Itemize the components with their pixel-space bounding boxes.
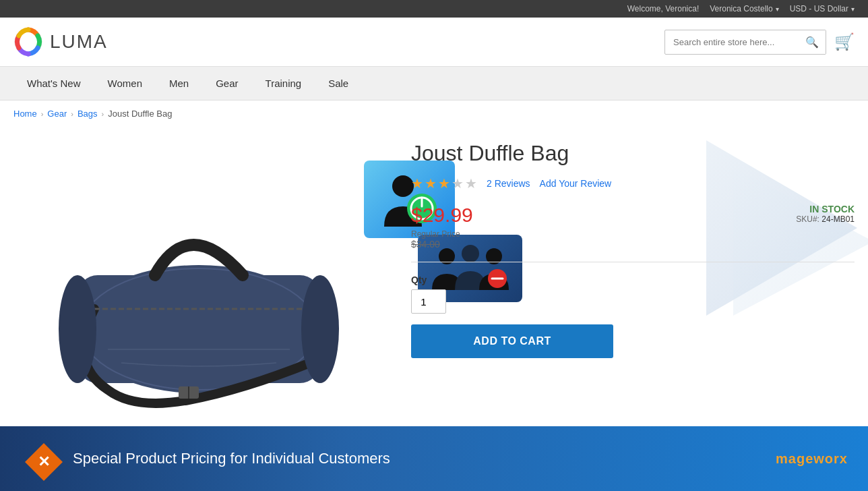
- currency-dropdown-chevron: ▾: [851, 5, 855, 13]
- price-section: $29.99 Regular Price $34.00 IN STOCK SKU…: [411, 204, 855, 250]
- star-5: ★: [465, 175, 477, 192]
- current-price: $29.99: [411, 204, 473, 227]
- product-detail: Joust Duffle Bag ★ ★ ★ ★ ★ 2 Reviews Add…: [411, 140, 855, 437]
- currency-dropdown[interactable]: USD - US Dollar ▾: [790, 4, 855, 13]
- currency-label: USD - US Dollar: [790, 4, 848, 13]
- qty-label: Qty: [411, 275, 855, 285]
- star-2: ★: [425, 175, 437, 192]
- breadcrumb-bags[interactable]: Bags: [78, 109, 98, 119]
- sku-label: SKU#:: [796, 214, 819, 224]
- main-nav: What's New Women Men Gear Training Sale: [0, 67, 868, 100]
- add-to-cart-button[interactable]: Add to Cart: [411, 324, 613, 358]
- sku-value: 24-MB01: [822, 214, 855, 224]
- banner-x-icon: ✕: [24, 442, 57, 451]
- header: LUMA 🔍 🛒: [0, 18, 868, 67]
- in-stock-badge: IN STOCK: [796, 204, 855, 214]
- mageworx-x-icon: ✕: [24, 442, 64, 451]
- sku-row: SKU#: 24-MB01: [796, 214, 855, 224]
- luma-logo-icon: [13, 27, 43, 57]
- stock-info: IN STOCK SKU#: 24-MB01: [796, 204, 855, 224]
- breadcrumb-sep-3: ›: [102, 110, 104, 118]
- top-bar: Welcome, Veronica! Veronica Costello ▾ U…: [0, 0, 868, 18]
- svg-point-5: [59, 275, 96, 383]
- svg-rect-2: [78, 275, 320, 383]
- header-right: 🔍 🛒: [664, 30, 855, 55]
- logo-area[interactable]: LUMA: [13, 27, 108, 57]
- welcome-text: Welcome, Veronica!: [627, 4, 700, 13]
- divider: [411, 262, 855, 262]
- nav-item-training[interactable]: Training: [252, 67, 315, 100]
- breadcrumb-home[interactable]: Home: [13, 109, 37, 119]
- star-rating: ★ ★ ★ ★ ★: [411, 175, 477, 192]
- regular-price-row: Regular Price $34.00: [411, 229, 473, 250]
- logo-text: LUMA: [50, 31, 108, 53]
- product-image-area: [13, 140, 384, 437]
- reviews-link[interactable]: 2 Reviews: [487, 178, 530, 189]
- product-title: Joust Duffle Bag: [411, 140, 855, 166]
- price-left: $29.99 Regular Price $34.00: [411, 204, 473, 250]
- product-image[interactable]: [54, 161, 344, 417]
- banner-left: ✕ Special Product Pricing for Individual…: [20, 438, 390, 451]
- product-image-container: [13, 140, 384, 437]
- user-name: Veronica Costello: [710, 4, 772, 13]
- add-review-link[interactable]: Add Your Review: [540, 178, 612, 189]
- search-box[interactable]: 🔍: [664, 30, 826, 55]
- regular-price-label: Regular Price: [411, 229, 473, 239]
- breadcrumb-sep-1: ›: [41, 110, 44, 118]
- main-content: Joust Duffle Bag ★ ★ ★ ★ ★ 2 Reviews Add…: [0, 127, 868, 451]
- cart-icon[interactable]: 🛒: [834, 32, 855, 51]
- banner-x-container: ✕: [20, 438, 61, 451]
- svg-point-10: [392, 175, 414, 197]
- search-input[interactable]: [665, 32, 799, 53]
- star-4: ★: [452, 175, 464, 192]
- breadcrumb-sep-2: ›: [71, 110, 73, 118]
- breadcrumb-gear[interactable]: Gear: [47, 109, 67, 119]
- breadcrumb: Home › Gear › Bags › Joust Duffle Bag: [0, 100, 868, 127]
- search-button[interactable]: 🔍: [799, 30, 826, 54]
- regular-price-value: $34.00: [411, 239, 440, 250]
- nav-item-gear[interactable]: Gear: [202, 67, 251, 100]
- rating-row: ★ ★ ★ ★ ★ 2 Reviews Add Your Review: [411, 175, 855, 192]
- banner-text: Special Product Pricing for Individual C…: [73, 450, 390, 451]
- nav-item-men[interactable]: Men: [156, 67, 202, 100]
- nav-item-women[interactable]: Women: [94, 67, 156, 100]
- star-3: ★: [438, 175, 450, 192]
- qty-input[interactable]: [411, 289, 446, 314]
- user-dropdown[interactable]: Veronica Costello ▾: [710, 4, 778, 13]
- star-1: ★: [411, 175, 423, 192]
- qty-section: Qty: [411, 275, 855, 314]
- nav-item-sale[interactable]: Sale: [315, 67, 362, 100]
- svg-point-6: [301, 275, 339, 383]
- user-dropdown-chevron: ▾: [776, 5, 779, 13]
- nav-item-whats-new[interactable]: What's New: [13, 67, 94, 100]
- svg-marker-19: [25, 443, 63, 451]
- breadcrumb-current: Joust Duffle Bag: [108, 109, 172, 119]
